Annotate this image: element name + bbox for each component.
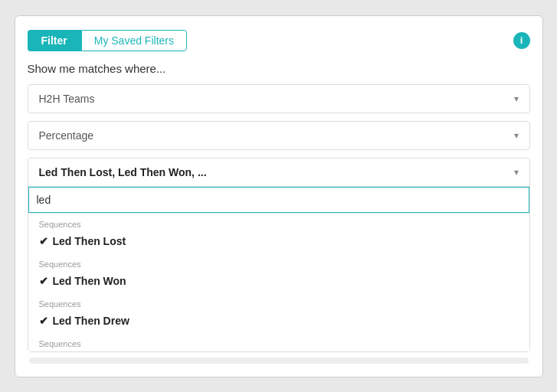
sequences-chevron-icon: ▾ <box>514 167 519 178</box>
section-led-then-drew: Sequences ✔ Led Then Drew <box>28 293 529 333</box>
checkmark-icon-2: ✔ <box>39 275 48 287</box>
h2h-teams-chevron-icon: ▾ <box>514 93 519 104</box>
h2h-teams-dropdown[interactable]: H2H Teams ▾ <box>28 84 530 113</box>
tab-saved-filters[interactable]: My Saved Filters <box>81 30 187 51</box>
section-label-3: Sequences <box>28 296 529 310</box>
section-label-4: Sequences <box>28 336 529 350</box>
item-label-led-then-won: Led Then Won <box>53 275 126 287</box>
list-item[interactable]: ✔ Led Then Won <box>28 270 529 292</box>
percentage-chevron-icon: ▾ <box>514 130 519 141</box>
show-label: Show me matches where... <box>28 62 530 75</box>
percentage-label: Percentage <box>39 129 514 142</box>
section-trailing: Sequences <box>28 333 529 351</box>
list-item[interactable]: ✔ Led Then Drew <box>28 310 529 332</box>
sequences-dropdown: Led Then Lost, Led Then Won, ... ▾ Seque… <box>28 158 530 352</box>
sequences-dropdown-header[interactable]: Led Then Lost, Led Then Won, ... ▾ <box>28 158 529 186</box>
item-label-led-then-drew: Led Then Drew <box>53 315 129 327</box>
section-label-1: Sequences <box>28 217 529 230</box>
tab-bar: Filter My Saved Filters i <box>28 30 530 51</box>
checkmark-icon-1: ✔ <box>39 235 48 247</box>
filter-panel: Filter My Saved Filters i Show me matche… <box>15 15 543 377</box>
section-led-then-lost: Sequences ✔ Led Then Lost <box>28 214 529 253</box>
info-icon[interactable]: i <box>513 32 530 49</box>
percentage-dropdown[interactable]: Percentage ▾ <box>28 121 530 150</box>
list-item[interactable]: ✔ Led Then Lost <box>28 230 529 252</box>
tab-filter[interactable]: Filter <box>28 30 81 51</box>
section-led-then-won: Sequences ✔ Led Then Won <box>28 253 529 293</box>
dropdown-list: Sequences ✔ Led Then Lost Sequences ✔ Le… <box>28 213 529 351</box>
search-input[interactable] <box>28 187 529 213</box>
horizontal-scrollbar[interactable] <box>28 357 530 364</box>
sequences-dropdown-label: Led Then Lost, Led Then Won, ... <box>39 166 514 178</box>
h-scroll-track <box>29 358 529 364</box>
checkmark-icon-3: ✔ <box>39 315 48 327</box>
search-box-wrapper <box>28 186 529 213</box>
section-label-2: Sequences <box>28 256 529 270</box>
h2h-teams-label: H2H Teams <box>39 93 514 105</box>
item-label-led-then-lost: Led Then Lost <box>53 235 126 247</box>
